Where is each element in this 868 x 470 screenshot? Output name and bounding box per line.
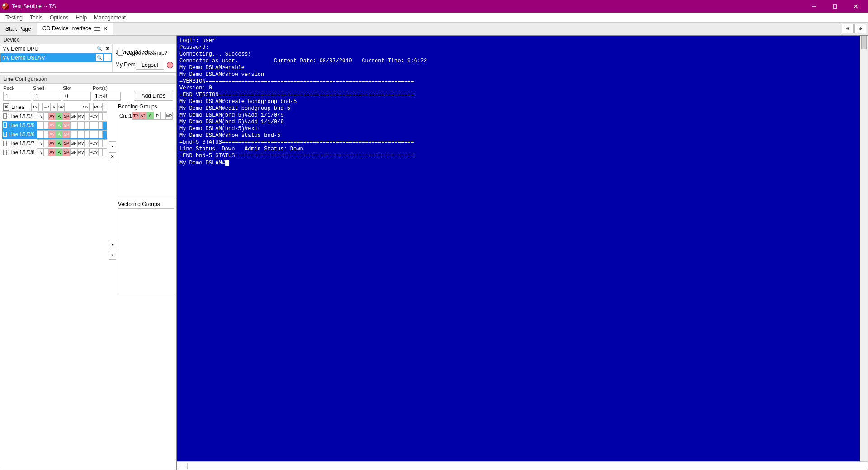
- remove-line-icon[interactable]: -: [3, 122, 7, 128]
- vectoring-move-button[interactable]: ▸: [109, 240, 116, 249]
- line-cell[interactable]: [85, 130, 89, 138]
- line-cell[interactable]: [103, 121, 107, 129]
- line-cell[interactable]: GP: [70, 130, 77, 138]
- line-cell[interactable]: [103, 130, 107, 138]
- tab-co-device-interface[interactable]: CO Device Interface: [37, 23, 113, 35]
- menu-tools[interactable]: Tools: [26, 14, 46, 22]
- line-cell[interactable]: A?: [48, 148, 56, 156]
- logout-button[interactable]: Logout: [136, 61, 164, 70]
- line-cell[interactable]: M?: [77, 112, 85, 120]
- line-cell[interactable]: PC?: [89, 130, 98, 138]
- rack-input[interactable]: [3, 92, 31, 101]
- lines-header-cell[interactable]: M?: [82, 103, 89, 111]
- line-cell[interactable]: [44, 148, 48, 156]
- line-cell[interactable]: [98, 130, 103, 138]
- line-cell[interactable]: A: [56, 112, 63, 120]
- line-cell[interactable]: M?: [77, 130, 85, 138]
- menu-help[interactable]: Help: [72, 14, 90, 22]
- line-cell[interactable]: [85, 112, 89, 120]
- line-cell[interactable]: SP: [63, 130, 70, 138]
- remove-line-icon[interactable]: -: [3, 150, 7, 155]
- line-cell[interactable]: M?: [77, 148, 85, 156]
- line-cell[interactable]: A?: [48, 112, 56, 120]
- line-cell[interactable]: A?: [48, 130, 56, 138]
- line-cell[interactable]: [98, 148, 103, 156]
- tab-start-page[interactable]: Start Page: [0, 23, 37, 35]
- bonding-cell[interactable]: A?: [139, 112, 146, 120]
- search-icon[interactable]: 🔍: [96, 45, 103, 52]
- lines-header-cell[interactable]: A?: [43, 103, 50, 111]
- line-cell[interactable]: [103, 148, 107, 156]
- line-cell[interactable]: [98, 121, 103, 129]
- line-cell[interactable]: PC?: [89, 112, 98, 120]
- bonding-cell[interactable]: [161, 112, 165, 120]
- terminal-output[interactable]: Login: user Password: Connecting... Succ…: [177, 36, 860, 461]
- bonding-cell[interactable]: T?: [132, 112, 139, 120]
- line-cell[interactable]: T?: [37, 112, 44, 120]
- lines-header-cell[interactable]: SP: [57, 103, 65, 111]
- nav-down-button[interactable]: [854, 24, 866, 33]
- line-cell[interactable]: [44, 130, 48, 138]
- line-cell[interactable]: [98, 112, 103, 120]
- menu-management[interactable]: Management: [90, 14, 129, 22]
- remove-line-icon[interactable]: -: [3, 132, 7, 137]
- line-row[interactable]: -Line 1/1/0/7T?A?ASPGPM?PC?: [2, 139, 107, 148]
- line-cell[interactable]: A: [56, 148, 63, 156]
- line-cell[interactable]: GP: [70, 112, 77, 120]
- line-cell[interactable]: GP: [70, 148, 77, 156]
- move-right-button[interactable]: ▸: [109, 141, 116, 150]
- line-cell[interactable]: [85, 139, 89, 147]
- line-cell[interactable]: T?: [37, 148, 44, 156]
- device-row[interactable]: My Demo DPU 🔍 ✱: [0, 44, 112, 53]
- slot-input[interactable]: [63, 92, 91, 101]
- close-button[interactable]: [845, 0, 866, 13]
- menu-testing[interactable]: Testing: [2, 14, 26, 22]
- menu-options[interactable]: Options: [46, 14, 72, 22]
- line-row[interactable]: -Line 1/1/0/5T?A?ASPGPM?PC?: [2, 121, 107, 130]
- line-cell[interactable]: GP: [70, 139, 77, 147]
- line-cell[interactable]: T?: [37, 139, 44, 147]
- remove-line-icon[interactable]: -: [3, 141, 7, 146]
- line-cell[interactable]: [98, 139, 103, 147]
- remove-button[interactable]: ✕: [109, 152, 116, 161]
- line-cell[interactable]: T?: [37, 130, 44, 138]
- line-cell[interactable]: [103, 139, 107, 147]
- line-row[interactable]: -Line 1/1/0/6T?A?ASPGPM?PC?: [2, 130, 107, 139]
- device-row[interactable]: My Demo DSLAM 🔍 ✱: [0, 53, 112, 62]
- search-icon[interactable]: 🔍: [96, 54, 103, 61]
- line-cell[interactable]: PC?: [89, 148, 98, 156]
- minimize-button[interactable]: [804, 0, 825, 13]
- close-tab-icon[interactable]: [103, 26, 108, 31]
- nav-forward-button[interactable]: [842, 24, 854, 33]
- line-cell[interactable]: A: [56, 121, 63, 129]
- remove-line-icon[interactable]: -: [3, 113, 7, 119]
- line-cell[interactable]: [85, 148, 89, 156]
- lines-header-cell[interactable]: [103, 103, 107, 111]
- line-cell[interactable]: SP: [63, 139, 70, 147]
- bonding-group-row[interactable]: Grp:1 T?A?APM?: [118, 111, 174, 120]
- line-cell[interactable]: [44, 121, 48, 129]
- line-row[interactable]: -Line 1/1/0/8T?A?ASPGPM?PC?: [2, 148, 107, 157]
- line-cell[interactable]: A?: [48, 121, 56, 129]
- terminal-scrollbar[interactable]: [860, 36, 868, 461]
- gear-icon[interactable]: ✱: [104, 54, 111, 61]
- line-cell[interactable]: [44, 139, 48, 147]
- line-cell[interactable]: [103, 112, 107, 120]
- shelf-input[interactable]: [33, 92, 61, 101]
- clear-all-icon[interactable]: ✕: [3, 103, 9, 111]
- line-cell[interactable]: GP: [70, 121, 77, 129]
- line-cell[interactable]: [44, 112, 48, 120]
- bonding-cell[interactable]: M?: [165, 112, 173, 120]
- line-cell[interactable]: SP: [63, 112, 70, 120]
- line-cell[interactable]: PC?: [89, 139, 98, 147]
- line-cell[interactable]: A: [56, 139, 63, 147]
- lines-header-cell[interactable]: [89, 103, 94, 111]
- line-cell[interactable]: A: [56, 130, 63, 138]
- line-cell[interactable]: T?: [37, 121, 44, 129]
- logout-cleanup-checkbox[interactable]: [117, 50, 123, 56]
- line-cell[interactable]: PC?: [89, 121, 98, 129]
- bonding-cell[interactable]: A: [146, 112, 154, 120]
- line-row[interactable]: -Line 1/1/0/1T?A?ASPGPM?PC?: [2, 112, 107, 121]
- lines-header-cell[interactable]: PC?: [94, 103, 103, 111]
- lines-header-cell[interactable]: A: [50, 103, 57, 111]
